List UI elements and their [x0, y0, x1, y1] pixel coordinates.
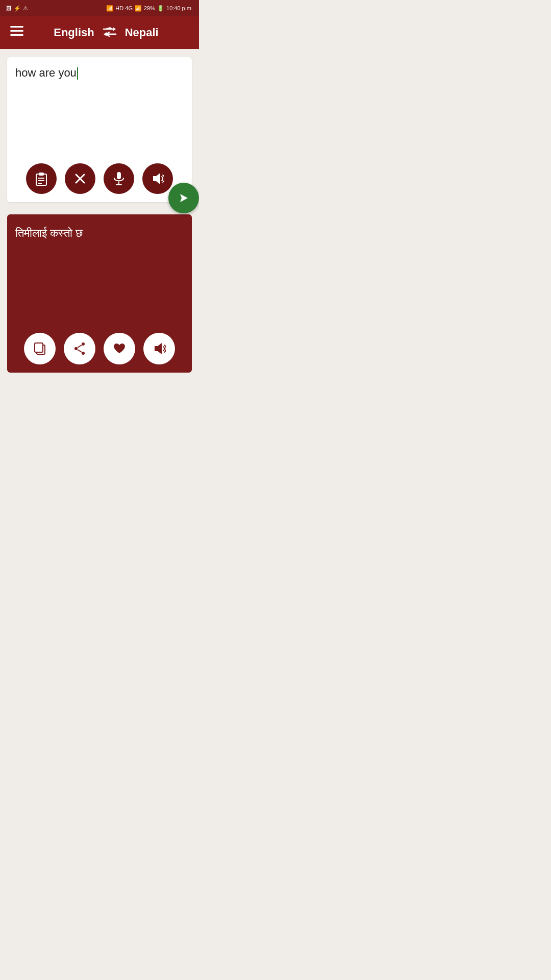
copy-translation-button[interactable] — [24, 333, 56, 364]
svg-marker-16 — [180, 194, 188, 202]
source-language-label[interactable]: English — [54, 26, 94, 39]
status-left-icons: 🖼 ⚡ ⚠ — [6, 5, 28, 12]
language-selector: English Nepali — [23, 26, 189, 40]
battery-label: 29% — [144, 5, 155, 11]
time-label: 10:40 p.m. — [166, 5, 193, 11]
target-language-label[interactable]: Nepali — [125, 26, 159, 39]
signal-icon: 📶 — [135, 5, 142, 12]
app-header: English Nepali — [0, 16, 199, 49]
svg-point-20 — [74, 347, 78, 350]
svg-rect-6 — [39, 173, 44, 176]
translate-button[interactable] — [168, 183, 199, 213]
clear-button[interactable] — [65, 163, 95, 194]
svg-point-21 — [82, 352, 85, 355]
battery-icon: 🔋 — [157, 5, 164, 12]
speak-output-button[interactable] — [143, 333, 175, 364]
text-cursor — [77, 67, 78, 80]
swap-languages-button[interactable] — [103, 26, 117, 40]
favorite-button[interactable] — [104, 333, 135, 364]
svg-rect-18 — [35, 343, 43, 352]
status-right-info: 📶 HD 4G 📶 29% 🔋 10:40 p.m. — [106, 5, 193, 12]
svg-marker-3 — [113, 27, 116, 31]
svg-rect-1 — [10, 30, 23, 32]
network-label: HD 4G — [115, 5, 133, 11]
input-text-content: how are you — [15, 66, 77, 79]
svg-marker-15 — [153, 173, 160, 184]
hotspot-icon: 📶 — [106, 5, 113, 12]
input-action-buttons — [15, 163, 184, 194]
share-translation-button[interactable] — [64, 333, 95, 364]
status-bar: 🖼 ⚡ ⚠ 📶 HD 4G 📶 29% 🔋 10:40 p.m. — [0, 0, 199, 16]
svg-marker-24 — [155, 343, 162, 354]
warning-icon: ⚠ — [23, 5, 28, 12]
svg-line-23 — [78, 350, 82, 352]
svg-rect-0 — [10, 26, 23, 28]
output-action-buttons — [15, 333, 184, 364]
output-section: तिमीलाई कस्तो छ — [7, 214, 192, 373]
usb-icon: ⚡ — [14, 5, 21, 12]
svg-line-22 — [78, 345, 82, 348]
microphone-button[interactable] — [104, 163, 134, 194]
translated-text: तिमीलाई कस्तो छ — [15, 225, 184, 325]
bottom-space — [0, 380, 199, 400]
menu-button[interactable] — [10, 26, 23, 39]
svg-rect-12 — [117, 172, 121, 179]
svg-rect-2 — [10, 34, 23, 36]
clipboard-button[interactable] — [26, 163, 57, 194]
input-section: how are you — [7, 57, 192, 202]
image-icon: 🖼 — [6, 5, 12, 11]
svg-marker-4 — [104, 32, 107, 36]
send-button-wrapper — [168, 183, 199, 213]
svg-point-19 — [82, 342, 85, 346]
input-text-display[interactable]: how are you — [15, 65, 184, 157]
